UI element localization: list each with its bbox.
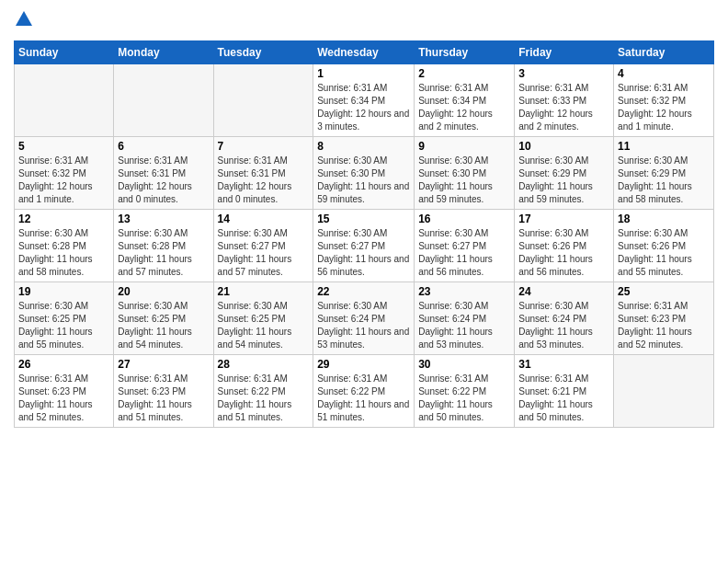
day-info: Sunrise: 6:31 AM Sunset: 6:23 PM Dayligh… bbox=[118, 373, 209, 424]
day-number: 9 bbox=[418, 140, 510, 153]
day-number: 28 bbox=[218, 358, 310, 371]
day-info: Sunrise: 6:30 AM Sunset: 6:26 PM Dayligh… bbox=[518, 227, 609, 279]
day-number: 29 bbox=[317, 358, 410, 371]
calendar-cell: 18Sunrise: 6:30 AM Sunset: 6:26 PM Dayli… bbox=[614, 210, 714, 282]
calendar-cell: 21Sunrise: 6:30 AM Sunset: 6:25 PM Dayli… bbox=[213, 282, 313, 355]
day-info: Sunrise: 6:31 AM Sunset: 6:22 PM Dayligh… bbox=[418, 373, 510, 424]
day-info: Sunrise: 6:31 AM Sunset: 6:33 PM Dayligh… bbox=[518, 82, 609, 133]
day-info: Sunrise: 6:30 AM Sunset: 6:30 PM Dayligh… bbox=[418, 155, 510, 206]
day-info: Sunrise: 6:30 AM Sunset: 6:27 PM Dayligh… bbox=[418, 227, 510, 279]
weekday-header-sunday: Sunday bbox=[15, 41, 114, 64]
day-number: 6 bbox=[118, 140, 209, 153]
day-info: Sunrise: 6:30 AM Sunset: 6:24 PM Dayligh… bbox=[317, 300, 410, 351]
header bbox=[14, 9, 714, 33]
svg-marker-0 bbox=[16, 11, 32, 26]
page: SundayMondayTuesdayWednesdayThursdayFrid… bbox=[0, 0, 728, 563]
calendar-cell: 22Sunrise: 6:30 AM Sunset: 6:24 PM Dayli… bbox=[313, 282, 415, 355]
calendar-cell: 20Sunrise: 6:30 AM Sunset: 6:25 PM Dayli… bbox=[114, 282, 213, 355]
logo-icon bbox=[14, 9, 34, 29]
day-info: Sunrise: 6:30 AM Sunset: 6:27 PM Dayligh… bbox=[317, 227, 410, 279]
day-number: 11 bbox=[618, 140, 710, 153]
day-info: Sunrise: 6:30 AM Sunset: 6:30 PM Dayligh… bbox=[317, 155, 410, 206]
day-number: 23 bbox=[418, 285, 510, 298]
day-number: 5 bbox=[18, 140, 109, 153]
calendar-cell: 17Sunrise: 6:30 AM Sunset: 6:26 PM Dayli… bbox=[515, 210, 614, 282]
day-info: Sunrise: 6:30 AM Sunset: 6:26 PM Dayligh… bbox=[618, 227, 710, 279]
day-info: Sunrise: 6:30 AM Sunset: 6:29 PM Dayligh… bbox=[518, 155, 609, 206]
calendar-cell bbox=[114, 64, 213, 137]
calendar-cell: 6Sunrise: 6:31 AM Sunset: 6:31 PM Daylig… bbox=[114, 137, 213, 210]
calendar-cell: 31Sunrise: 6:31 AM Sunset: 6:21 PM Dayli… bbox=[515, 355, 614, 428]
day-info: Sunrise: 6:30 AM Sunset: 6:29 PM Dayligh… bbox=[618, 155, 710, 206]
day-number: 7 bbox=[218, 140, 310, 153]
calendar-cell: 13Sunrise: 6:30 AM Sunset: 6:28 PM Dayli… bbox=[114, 210, 213, 282]
weekday-header-row: SundayMondayTuesdayWednesdayThursdayFrid… bbox=[15, 41, 714, 64]
weekday-header-wednesday: Wednesday bbox=[313, 41, 415, 64]
day-number: 1 bbox=[317, 67, 410, 80]
logo bbox=[14, 9, 38, 33]
day-info: Sunrise: 6:30 AM Sunset: 6:24 PM Dayligh… bbox=[418, 300, 510, 351]
day-info: Sunrise: 6:31 AM Sunset: 6:31 PM Dayligh… bbox=[218, 155, 310, 206]
day-info: Sunrise: 6:31 AM Sunset: 6:32 PM Dayligh… bbox=[18, 155, 109, 206]
calendar-cell: 26Sunrise: 6:31 AM Sunset: 6:23 PM Dayli… bbox=[15, 355, 114, 428]
calendar-cell: 7Sunrise: 6:31 AM Sunset: 6:31 PM Daylig… bbox=[213, 137, 313, 210]
day-number: 20 bbox=[118, 285, 209, 298]
day-number: 16 bbox=[418, 213, 510, 225]
day-number: 31 bbox=[518, 358, 609, 371]
day-number: 19 bbox=[18, 285, 109, 298]
calendar-cell: 28Sunrise: 6:31 AM Sunset: 6:22 PM Dayli… bbox=[213, 355, 313, 428]
calendar-week-row: 5Sunrise: 6:31 AM Sunset: 6:32 PM Daylig… bbox=[15, 137, 714, 210]
day-number: 2 bbox=[418, 67, 510, 80]
day-number: 14 bbox=[218, 213, 310, 225]
day-info: Sunrise: 6:30 AM Sunset: 6:28 PM Dayligh… bbox=[18, 227, 109, 279]
day-number: 15 bbox=[317, 213, 410, 225]
day-info: Sunrise: 6:31 AM Sunset: 6:34 PM Dayligh… bbox=[317, 82, 410, 133]
calendar-cell bbox=[614, 355, 714, 428]
calendar-week-row: 19Sunrise: 6:30 AM Sunset: 6:25 PM Dayli… bbox=[15, 282, 714, 355]
calendar-cell: 14Sunrise: 6:30 AM Sunset: 6:27 PM Dayli… bbox=[213, 210, 313, 282]
calendar-cell: 25Sunrise: 6:31 AM Sunset: 6:23 PM Dayli… bbox=[614, 282, 714, 355]
day-number: 30 bbox=[418, 358, 510, 371]
day-info: Sunrise: 6:30 AM Sunset: 6:25 PM Dayligh… bbox=[18, 300, 109, 351]
calendar-cell: 19Sunrise: 6:30 AM Sunset: 6:25 PM Dayli… bbox=[15, 282, 114, 355]
day-number: 17 bbox=[518, 213, 609, 225]
calendar-cell: 2Sunrise: 6:31 AM Sunset: 6:34 PM Daylig… bbox=[415, 64, 515, 137]
calendar-cell: 29Sunrise: 6:31 AM Sunset: 6:22 PM Dayli… bbox=[313, 355, 415, 428]
calendar-week-row: 12Sunrise: 6:30 AM Sunset: 6:28 PM Dayli… bbox=[15, 210, 714, 282]
day-number: 27 bbox=[118, 358, 209, 371]
calendar-cell: 9Sunrise: 6:30 AM Sunset: 6:30 PM Daylig… bbox=[415, 137, 515, 210]
day-number: 4 bbox=[618, 67, 710, 80]
calendar-cell: 3Sunrise: 6:31 AM Sunset: 6:33 PM Daylig… bbox=[515, 64, 614, 137]
calendar-cell: 5Sunrise: 6:31 AM Sunset: 6:32 PM Daylig… bbox=[15, 137, 114, 210]
day-number: 24 bbox=[518, 285, 609, 298]
day-number: 21 bbox=[218, 285, 310, 298]
calendar-cell bbox=[15, 64, 114, 137]
weekday-header-monday: Monday bbox=[114, 41, 213, 64]
day-number: 13 bbox=[118, 213, 209, 225]
calendar-cell: 27Sunrise: 6:31 AM Sunset: 6:23 PM Dayli… bbox=[114, 355, 213, 428]
calendar-cell: 16Sunrise: 6:30 AM Sunset: 6:27 PM Dayli… bbox=[415, 210, 515, 282]
calendar-cell: 23Sunrise: 6:30 AM Sunset: 6:24 PM Dayli… bbox=[415, 282, 515, 355]
day-number: 22 bbox=[317, 285, 410, 298]
weekday-header-friday: Friday bbox=[515, 41, 614, 64]
weekday-header-saturday: Saturday bbox=[614, 41, 714, 64]
day-info: Sunrise: 6:31 AM Sunset: 6:34 PM Dayligh… bbox=[418, 82, 510, 133]
day-number: 12 bbox=[18, 213, 109, 225]
day-number: 10 bbox=[518, 140, 609, 153]
calendar-cell: 10Sunrise: 6:30 AM Sunset: 6:29 PM Dayli… bbox=[515, 137, 614, 210]
day-info: Sunrise: 6:31 AM Sunset: 6:32 PM Dayligh… bbox=[618, 82, 710, 133]
weekday-header-tuesday: Tuesday bbox=[213, 41, 313, 64]
calendar-cell: 12Sunrise: 6:30 AM Sunset: 6:28 PM Dayli… bbox=[15, 210, 114, 282]
day-info: Sunrise: 6:30 AM Sunset: 6:25 PM Dayligh… bbox=[118, 300, 209, 351]
calendar-cell: 11Sunrise: 6:30 AM Sunset: 6:29 PM Dayli… bbox=[614, 137, 714, 210]
day-info: Sunrise: 6:30 AM Sunset: 6:28 PM Dayligh… bbox=[118, 227, 209, 279]
day-info: Sunrise: 6:31 AM Sunset: 6:22 PM Dayligh… bbox=[218, 373, 310, 424]
day-info: Sunrise: 6:31 AM Sunset: 6:23 PM Dayligh… bbox=[18, 373, 109, 424]
day-number: 8 bbox=[317, 140, 410, 153]
day-number: 18 bbox=[618, 213, 710, 225]
weekday-header-thursday: Thursday bbox=[415, 41, 515, 64]
day-info: Sunrise: 6:31 AM Sunset: 6:21 PM Dayligh… bbox=[518, 373, 609, 424]
day-info: Sunrise: 6:30 AM Sunset: 6:25 PM Dayligh… bbox=[218, 300, 310, 351]
calendar-cell: 4Sunrise: 6:31 AM Sunset: 6:32 PM Daylig… bbox=[614, 64, 714, 137]
day-info: Sunrise: 6:31 AM Sunset: 6:23 PM Dayligh… bbox=[618, 300, 710, 351]
